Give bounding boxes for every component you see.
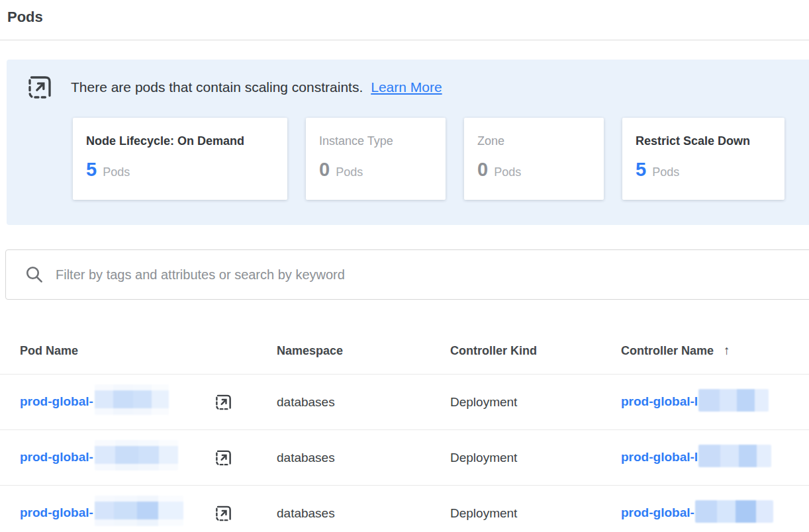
banner-message: There are pods that contain scaling cons… [71,79,363,95]
table-header-row: Pod Name Namespace Controller Kind Contr… [0,300,809,374]
card-count-number: 0 [319,159,330,181]
redacted-pod-name [95,496,183,526]
learn-more-link[interactable]: Learn More [371,79,442,95]
title-divider [0,40,809,40]
controller-name-link[interactable]: prod-global-l [621,394,698,408]
pod-name-cell: prod-global- [20,501,277,526]
redacted-controller-name [698,389,769,412]
page-title: Pods [7,7,809,28]
scale-out-icon [26,74,53,101]
sort-ascending-arrow-icon: ↑ [724,343,730,358]
column-header-controller-name[interactable]: Controller Name ↑ [621,343,809,358]
controller-kind-cell: Deployment [450,506,621,521]
card-count-number: 0 [477,159,488,181]
controller-name-link[interactable]: prod-global- [621,506,694,519]
pods-table: Pod Name Namespace Controller Kind Contr… [0,300,809,532]
card-title: Restrict Scale Down [636,134,771,148]
card-count-unit: Pods [103,165,130,179]
constraint-card-restrict-scale-down[interactable]: Restrict Scale Down 5 Pods [622,118,785,200]
pod-name-link[interactable]: prod-global- [20,394,93,408]
card-count: 0 Pods [319,159,432,181]
card-count: 5 Pods [86,159,274,181]
pod-name-cell: prod-global- [20,390,277,415]
constraint-card-zone[interactable]: Zone 0 Pods [464,118,604,200]
table-row: prod-global- databases Deployment prod-g… [0,485,809,532]
scaling-constraints-banner: There are pods that contain scaling cons… [7,60,809,225]
controller-kind-cell: Deployment [450,451,621,465]
card-count-unit: Pods [494,165,521,179]
search-icon [24,265,44,285]
search-input[interactable] [54,267,809,283]
card-title: Instance Type [319,134,432,148]
table-row: prod-global- databases Deployment prod-g… [0,374,809,429]
namespace-cell: databases [277,395,450,410]
redacted-pod-name [95,384,169,415]
controller-kind-cell: Deployment [450,395,621,410]
constraint-card-node-lifecycle[interactable]: Node Lifecycle: On Demand 5 Pods [73,118,287,200]
scale-out-icon [214,504,232,522]
controller-name-link[interactable]: prod-global-l [621,450,698,464]
pods-page: Pods There are pods that contain scaling… [0,7,809,532]
card-count-unit: Pods [336,165,363,179]
table-row: prod-global- databases Deployment prod-g… [0,429,809,485]
card-title: Node Lifecycle: On Demand [86,134,274,148]
namespace-cell: databases [277,451,450,465]
scale-out-icon [214,449,232,466]
namespace-cell: databases [277,506,450,521]
card-count-number: 5 [86,159,97,181]
scale-out-icon [214,393,232,411]
column-header-controller-kind[interactable]: Controller Kind [450,344,621,358]
pod-name-link[interactable]: prod-global- [20,450,93,464]
banner-header: There are pods that contain scaling cons… [7,60,809,101]
filter-search-bar[interactable] [5,249,809,300]
card-count-number: 5 [636,159,646,181]
card-count-unit: Pods [652,165,679,179]
column-header-namespace[interactable]: Namespace [277,344,450,358]
pod-name-link[interactable]: prod-global- [20,506,93,519]
pod-name-cell: prod-global- [20,445,277,470]
controller-name-cell: prod-global-l [621,392,809,412]
controller-name-cell: prod-global- [621,504,809,523]
constraint-card-instance-type[interactable]: Instance Type 0 Pods [306,118,446,200]
redacted-controller-name [698,445,771,467]
card-count: 0 Pods [477,159,591,181]
constraint-cards: Node Lifecycle: On Demand 5 Pods Instanc… [73,118,809,200]
redacted-pod-name [95,440,178,470]
card-count: 5 Pods [636,159,771,181]
card-title: Zone [477,134,591,148]
column-header-label: Controller Name [621,344,714,358]
column-header-pod-name[interactable]: Pod Name [20,344,277,358]
controller-name-cell: prod-global-l [621,448,809,467]
redacted-controller-name [695,500,773,523]
